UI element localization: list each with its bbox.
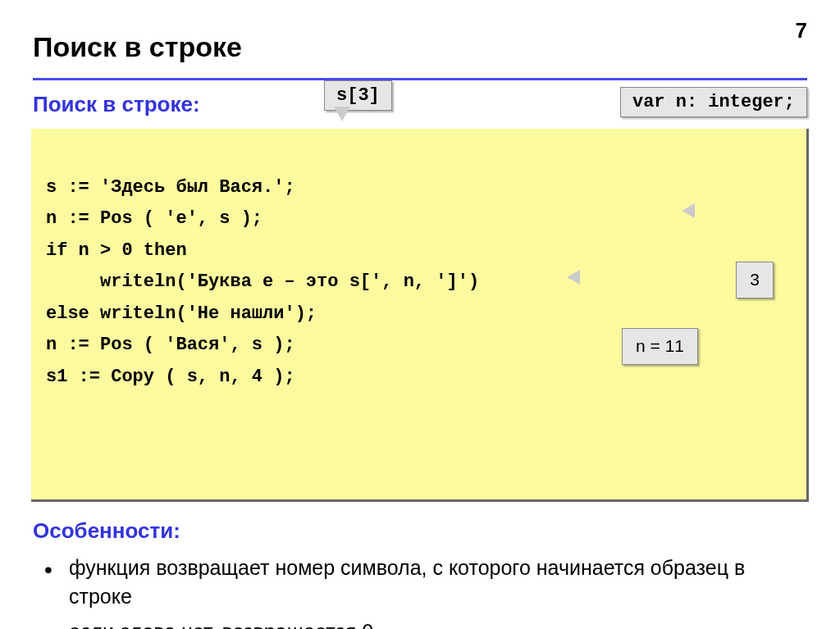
callout-pointer — [334, 107, 350, 121]
code-line: n := Pos ( 'е', s ); — [46, 203, 792, 235]
callout-pointer — [567, 270, 580, 285]
page-number: 7 — [796, 18, 807, 43]
subheading: Поиск в строке: — [33, 92, 200, 117]
callout-3: 3 — [693, 198, 774, 330]
feature-list: функция возвращает номер символа, с кото… — [33, 554, 807, 630]
callout-s3: s[3] — [324, 80, 392, 111]
callout-var: var n: integer; — [620, 87, 807, 117]
callout-pointer — [682, 203, 695, 218]
feature-item: если слова нет, возвращается 0 — [69, 618, 807, 630]
callout-n11: n = 11 — [578, 265, 698, 396]
callout-var-label: var n: integer; — [620, 87, 807, 117]
code-box: s := 'Здесь был Вася.';n := Pos ( 'е', s… — [31, 129, 809, 502]
features-title: Особенности: — [33, 518, 807, 544]
feature-item: функция возвращает номер символа, с кото… — [69, 554, 807, 611]
features-section: Особенности: функция возвращает номер си… — [0, 502, 840, 630]
code-line: if n > 0 then — [46, 235, 792, 267]
title-underline — [33, 78, 807, 80]
callout-n11-label: n = 11 — [622, 328, 698, 365]
callout-3-label: 3 — [736, 262, 774, 299]
code-line: s := 'Здесь был Вася.'; — [46, 172, 792, 204]
page-title: Поиск в строке — [0, 0, 840, 73]
subheading-row: Поиск в строке: s[3] var n: integer; — [0, 92, 840, 117]
